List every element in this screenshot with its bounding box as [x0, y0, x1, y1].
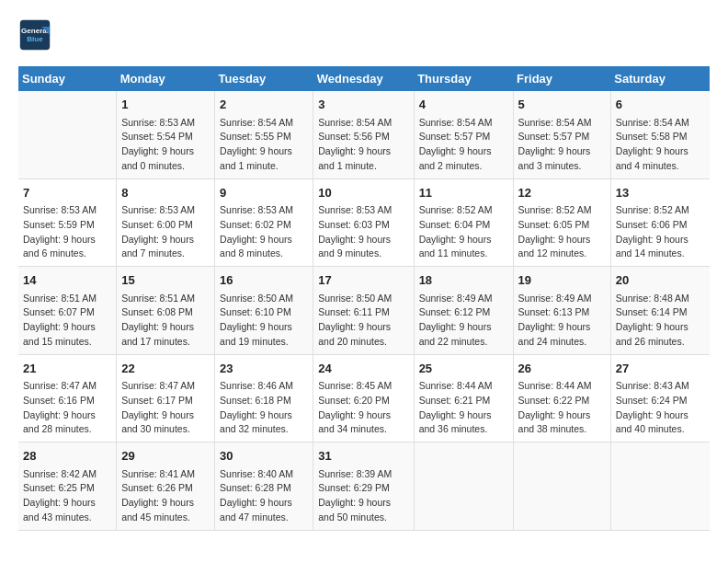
day-info: Sunrise: 8:49 AMSunset: 6:12 PMDaylight:… [419, 292, 508, 350]
calendar-cell: 23Sunrise: 8:46 AMSunset: 6:18 PMDayligh… [215, 354, 313, 442]
day-number: 24 [318, 360, 408, 378]
day-info: Sunrise: 8:53 AMSunset: 5:59 PMDaylight:… [23, 203, 111, 261]
day-number: 12 [518, 184, 606, 202]
day-number: 9 [220, 184, 308, 202]
day-info: Sunrise: 8:54 AMSunset: 5:57 PMDaylight:… [419, 116, 508, 174]
calendar-cell: 8Sunrise: 8:53 AMSunset: 6:00 PMDaylight… [117, 178, 215, 267]
calendar-cell: 30Sunrise: 8:40 AMSunset: 6:28 PMDayligh… [215, 442, 313, 531]
logo-icon: General Blue [18, 18, 51, 52]
day-info: Sunrise: 8:54 AMSunset: 5:58 PMDaylight:… [616, 116, 705, 174]
day-number: 14 [23, 271, 111, 290]
day-number: 2 [220, 96, 308, 114]
week-row-5: 28Sunrise: 8:42 AMSunset: 6:25 PMDayligh… [18, 442, 710, 531]
day-info: Sunrise: 8:52 AMSunset: 6:05 PMDaylight:… [518, 203, 606, 261]
day-number: 20 [616, 271, 705, 290]
calendar-cell [513, 442, 610, 531]
day-info: Sunrise: 8:53 AMSunset: 6:00 PMDaylight:… [121, 203, 210, 261]
day-info: Sunrise: 8:50 AMSunset: 6:11 PMDaylight:… [318, 292, 408, 350]
calendar-table: SundayMondayTuesdayWednesdayThursdayFrid… [18, 66, 710, 531]
day-info: Sunrise: 8:51 AMSunset: 6:08 PMDaylight:… [121, 292, 210, 350]
day-number: 21 [23, 360, 111, 378]
calendar-cell: 29Sunrise: 8:41 AMSunset: 6:26 PMDayligh… [117, 442, 215, 531]
calendar-cell: 1Sunrise: 8:53 AMSunset: 5:54 PMDaylight… [117, 91, 215, 178]
day-info: Sunrise: 8:52 AMSunset: 6:06 PMDaylight:… [616, 203, 705, 261]
page-header: General Blue [18, 18, 710, 52]
calendar-cell: 21Sunrise: 8:47 AMSunset: 6:16 PMDayligh… [18, 354, 117, 442]
day-info: Sunrise: 8:42 AMSunset: 6:25 PMDaylight:… [23, 467, 111, 525]
calendar-cell: 7Sunrise: 8:53 AMSunset: 5:59 PMDaylight… [18, 178, 117, 267]
calendar-cell: 20Sunrise: 8:48 AMSunset: 6:14 PMDayligh… [610, 267, 710, 355]
day-number: 19 [518, 271, 606, 290]
calendar-cell: 28Sunrise: 8:42 AMSunset: 6:25 PMDayligh… [18, 442, 117, 531]
calendar-cell: 27Sunrise: 8:43 AMSunset: 6:24 PMDayligh… [610, 354, 710, 442]
day-info: Sunrise: 8:44 AMSunset: 6:21 PMDaylight:… [419, 379, 508, 437]
calendar-cell [18, 91, 117, 178]
day-info: Sunrise: 8:48 AMSunset: 6:14 PMDaylight:… [616, 292, 705, 350]
calendar-cell: 15Sunrise: 8:51 AMSunset: 6:08 PMDayligh… [117, 267, 215, 355]
day-number: 8 [121, 184, 210, 202]
week-row-3: 14Sunrise: 8:51 AMSunset: 6:07 PMDayligh… [18, 267, 710, 355]
day-info: Sunrise: 8:50 AMSunset: 6:10 PMDaylight:… [220, 292, 308, 350]
day-info: Sunrise: 8:44 AMSunset: 6:22 PMDaylight:… [518, 379, 606, 437]
day-number: 5 [518, 96, 606, 114]
day-number: 26 [518, 360, 606, 378]
day-number: 31 [318, 447, 408, 465]
calendar-cell: 9Sunrise: 8:53 AMSunset: 6:02 PMDaylight… [215, 178, 313, 267]
day-number: 16 [220, 271, 308, 290]
week-row-1: 1Sunrise: 8:53 AMSunset: 5:54 PMDaylight… [18, 91, 710, 178]
day-info: Sunrise: 8:41 AMSunset: 6:26 PMDaylight:… [121, 467, 210, 525]
calendar-cell [610, 442, 710, 531]
weekday-header-thursday: Thursday [414, 66, 513, 91]
calendar-cell: 17Sunrise: 8:50 AMSunset: 6:11 PMDayligh… [313, 267, 414, 355]
calendar-cell: 10Sunrise: 8:53 AMSunset: 6:03 PMDayligh… [313, 178, 414, 267]
day-info: Sunrise: 8:53 AMSunset: 5:54 PMDaylight:… [121, 116, 210, 174]
week-row-2: 7Sunrise: 8:53 AMSunset: 5:59 PMDaylight… [18, 178, 710, 267]
calendar-cell: 11Sunrise: 8:52 AMSunset: 6:04 PMDayligh… [414, 178, 513, 267]
weekday-header-sunday: Sunday [18, 66, 117, 91]
day-number: 25 [419, 360, 508, 378]
day-number: 28 [23, 447, 111, 465]
day-info: Sunrise: 8:45 AMSunset: 6:20 PMDaylight:… [318, 379, 408, 437]
day-info: Sunrise: 8:39 AMSunset: 6:29 PMDaylight:… [318, 467, 408, 525]
day-number: 29 [121, 447, 210, 465]
day-number: 11 [419, 184, 508, 202]
calendar-cell: 18Sunrise: 8:49 AMSunset: 6:12 PMDayligh… [414, 267, 513, 355]
day-info: Sunrise: 8:43 AMSunset: 6:24 PMDaylight:… [616, 379, 705, 437]
day-number: 15 [121, 271, 210, 290]
day-info: Sunrise: 8:54 AMSunset: 5:55 PMDaylight:… [220, 116, 308, 174]
day-info: Sunrise: 8:47 AMSunset: 6:17 PMDaylight:… [121, 379, 210, 437]
day-number: 10 [318, 184, 408, 202]
day-number: 27 [616, 360, 705, 378]
calendar-cell: 4Sunrise: 8:54 AMSunset: 5:57 PMDaylight… [414, 91, 513, 178]
weekday-header-friday: Friday [513, 66, 610, 91]
day-number: 22 [121, 360, 210, 378]
logo: General Blue [18, 18, 55, 52]
calendar-cell: 2Sunrise: 8:54 AMSunset: 5:55 PMDaylight… [215, 91, 313, 178]
calendar-cell: 19Sunrise: 8:49 AMSunset: 6:13 PMDayligh… [513, 267, 610, 355]
calendar-cell: 22Sunrise: 8:47 AMSunset: 6:17 PMDayligh… [117, 354, 215, 442]
weekday-header-wednesday: Wednesday [313, 66, 414, 91]
day-info: Sunrise: 8:47 AMSunset: 6:16 PMDaylight:… [23, 379, 111, 437]
day-number: 18 [419, 271, 508, 290]
day-number: 30 [220, 447, 308, 465]
day-number: 17 [318, 271, 408, 290]
weekday-header-tuesday: Tuesday [215, 66, 313, 91]
day-number: 6 [616, 96, 705, 114]
weekday-header-monday: Monday [117, 66, 215, 91]
weekday-header-row: SundayMondayTuesdayWednesdayThursdayFrid… [18, 66, 710, 91]
weekday-header-saturday: Saturday [610, 66, 710, 91]
calendar-cell: 12Sunrise: 8:52 AMSunset: 6:05 PMDayligh… [513, 178, 610, 267]
day-info: Sunrise: 8:53 AMSunset: 6:02 PMDaylight:… [220, 203, 308, 261]
day-info: Sunrise: 8:53 AMSunset: 6:03 PMDaylight:… [318, 203, 408, 261]
day-info: Sunrise: 8:54 AMSunset: 5:56 PMDaylight:… [318, 116, 408, 174]
day-info: Sunrise: 8:40 AMSunset: 6:28 PMDaylight:… [220, 467, 308, 525]
calendar-cell: 3Sunrise: 8:54 AMSunset: 5:56 PMDaylight… [313, 91, 414, 178]
calendar-cell: 13Sunrise: 8:52 AMSunset: 6:06 PMDayligh… [610, 178, 710, 267]
day-info: Sunrise: 8:49 AMSunset: 6:13 PMDaylight:… [518, 292, 606, 350]
calendar-cell: 25Sunrise: 8:44 AMSunset: 6:21 PMDayligh… [414, 354, 513, 442]
calendar-cell: 6Sunrise: 8:54 AMSunset: 5:58 PMDaylight… [610, 91, 710, 178]
calendar-cell: 5Sunrise: 8:54 AMSunset: 5:57 PMDaylight… [513, 91, 610, 178]
calendar-cell: 14Sunrise: 8:51 AMSunset: 6:07 PMDayligh… [18, 267, 117, 355]
day-info: Sunrise: 8:52 AMSunset: 6:04 PMDaylight:… [419, 203, 508, 261]
svg-text:Blue: Blue [27, 35, 43, 43]
